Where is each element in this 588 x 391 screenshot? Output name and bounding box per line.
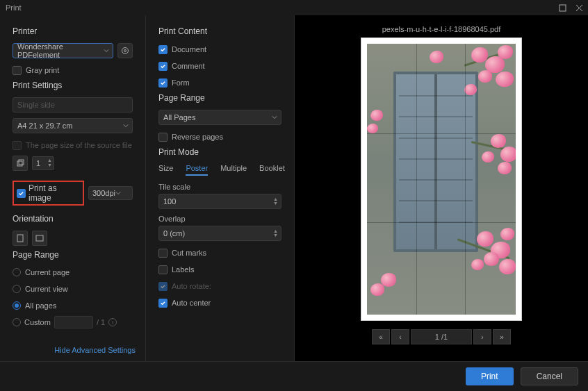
- printer-label: Printer: [13, 26, 133, 36]
- copies-icon: [13, 156, 28, 171]
- print-as-image-checkbox[interactable]: [17, 189, 26, 198]
- cancel-button[interactable]: Cancel: [521, 367, 578, 385]
- tab-poster[interactable]: Poster: [186, 164, 208, 176]
- printer-value: Wondershare PDFelement: [17, 42, 100, 59]
- pager-first-button[interactable]: «: [372, 329, 390, 344]
- tab-booklet[interactable]: Booklet: [259, 164, 285, 176]
- page-range-label: Page Range: [13, 250, 133, 260]
- left-panel: Printer Wondershare PDFelement Gray prin…: [0, 15, 146, 361]
- source-size-label: The page size of the source file: [26, 141, 132, 149]
- overlap-input[interactable]: 0 (cm)▲▼: [158, 226, 281, 241]
- print-settings-label: Print Settings: [13, 81, 133, 90]
- svg-point-4: [124, 50, 126, 52]
- gear-icon: [121, 47, 129, 55]
- comment-checkbox[interactable]: [158, 62, 168, 71]
- print-button[interactable]: Print: [466, 367, 514, 385]
- svg-rect-7: [17, 235, 23, 242]
- info-icon[interactable]: i: [108, 318, 117, 326]
- svg-rect-5: [17, 161, 22, 166]
- page-range-label-2: Page Range: [158, 93, 281, 103]
- printer-settings-button[interactable]: [117, 43, 133, 58]
- svg-rect-8: [36, 235, 43, 241]
- range-current-view-radio[interactable]: [13, 285, 21, 293]
- document-checkbox[interactable]: [158, 45, 168, 54]
- orientation-landscape-button[interactable]: [32, 231, 47, 246]
- overlap-label: Overlap: [158, 215, 281, 223]
- pager-text: 1 /1: [411, 329, 472, 344]
- range-all-pages-radio[interactable]: [13, 301, 21, 310]
- preview-panel: pexels-m-u-h-t-e-l-i-f-18968045.pdf: [295, 15, 588, 361]
- range-current-page-radio[interactable]: [13, 268, 21, 276]
- chevron-down-icon: [104, 48, 109, 53]
- preview-filename: pexels-m-u-h-t-e-l-i-f-18968045.pdf: [382, 25, 501, 33]
- auto-center-checkbox[interactable]: [158, 299, 168, 308]
- range-custom-radio[interactable]: [13, 318, 21, 326]
- dpi-select[interactable]: 300dpi: [88, 186, 133, 200]
- svg-rect-6: [19, 160, 24, 165]
- print-mode-label: Print Mode: [158, 147, 281, 157]
- pager-next-button[interactable]: ›: [473, 329, 491, 344]
- print-as-image-highlight: Print as image: [13, 181, 84, 206]
- orientation-label: Orientation: [13, 214, 133, 224]
- tile-scale-input[interactable]: 100▲▼: [158, 194, 281, 209]
- titlebar: Print: [0, 0, 588, 15]
- range-custom-input[interactable]: [54, 316, 93, 328]
- pager-last-button[interactable]: »: [493, 329, 511, 344]
- copies-input[interactable]: 1▲▼: [32, 156, 54, 170]
- close-icon[interactable]: [574, 3, 584, 13]
- chevron-down-icon: [272, 115, 277, 120]
- printer-select[interactable]: Wondershare PDFelement: [13, 43, 113, 58]
- print-content-label: Print Content: [158, 26, 281, 36]
- form-checkbox[interactable]: [158, 78, 168, 88]
- chevron-down-icon: [123, 123, 129, 128]
- print-as-image-label: Print as image: [28, 183, 80, 203]
- preview-image: [367, 44, 516, 315]
- page-range-select[interactable]: All Pages: [158, 110, 281, 125]
- gray-print-label: Gray print: [26, 66, 59, 74]
- window-title: Print: [4, 3, 22, 12]
- cut-marks-checkbox[interactable]: [158, 249, 168, 258]
- svg-point-3: [122, 48, 129, 54]
- tab-size[interactable]: Size: [158, 164, 173, 176]
- source-size-checkbox: [13, 141, 22, 150]
- svg-rect-0: [560, 5, 566, 11]
- tab-multiple[interactable]: Multiple: [220, 164, 247, 176]
- maximize-icon[interactable]: [557, 3, 567, 13]
- chevron-down-icon: [115, 190, 121, 196]
- middle-panel: Print Content Document Comment Form Page…: [146, 15, 295, 361]
- reverse-pages-checkbox[interactable]: [158, 133, 168, 142]
- footer: Print Cancel: [0, 361, 588, 391]
- tile-scale-label: Tile scale: [158, 183, 281, 191]
- hide-advanced-link[interactable]: Hide Advanced Settings: [54, 346, 136, 354]
- labels-checkbox[interactable]: [158, 265, 168, 274]
- preview-page: [361, 38, 522, 321]
- gray-print-checkbox[interactable]: [13, 66, 22, 75]
- paper-size-select[interactable]: A4 21 x 29.7 cm: [13, 118, 133, 133]
- orientation-portrait-button[interactable]: [13, 231, 28, 246]
- pager-prev-button[interactable]: ‹: [391, 329, 409, 344]
- duplex-select[interactable]: Single side: [13, 97, 133, 113]
- pager: « ‹ 1 /1 › »: [372, 329, 511, 344]
- auto-rotate-checkbox: [158, 282, 168, 291]
